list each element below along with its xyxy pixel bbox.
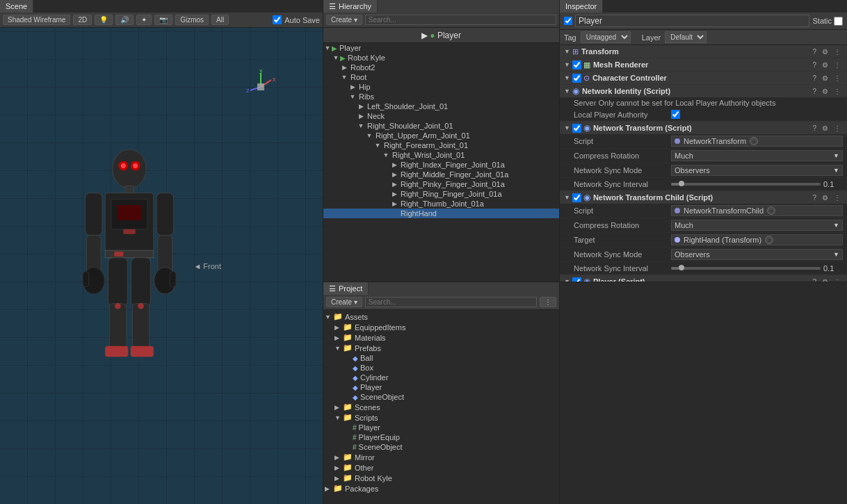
filter-btn[interactable]: All: [211, 15, 229, 25]
hierarchy-item-neck[interactable]: ▶Neck: [323, 111, 559, 121]
hierarchy-tab[interactable]: ☰ Hierarchy: [323, 0, 378, 13]
mesh-renderer-header[interactable]: ▼ ▦ Mesh Renderer ? ⚙ ⋮: [560, 58, 847, 71]
view-mode-btn[interactable]: Shaded Wireframe: [3, 15, 70, 25]
hierarchy-item-right_forearm[interactable]: ▼Right_Forearm_Joint_01: [323, 140, 559, 150]
net-transform-help-btn[interactable]: ?: [810, 124, 818, 133]
project-item-scripts[interactable]: ▼📁Scripts: [325, 412, 558, 423]
project-create-btn[interactable]: Create ▾: [326, 297, 362, 307]
hierarchy-item-root[interactable]: ▼Root: [323, 72, 559, 82]
net-transform-child-checkbox[interactable]: [572, 193, 581, 202]
hierarchy-item-right_ring[interactable]: ▶Right_Ring_Finger_Joint_01a: [323, 189, 559, 199]
local-player-authority-checkbox[interactable]: [671, 110, 680, 119]
hierarchy-item-right_shoulder[interactable]: ▼Right_Shoulder_Joint_01: [323, 121, 559, 131]
transform-settings-btn[interactable]: ⚙: [820, 47, 830, 56]
hierarchy-item-right_upper_arm[interactable]: ▼Right_Upper_Arm_Joint_01: [323, 131, 559, 140]
scene-cam-btn[interactable]: 📷: [154, 15, 172, 25]
project-item-assets[interactable]: ▼📁Assets: [325, 311, 558, 322]
project-item-sceneobject[interactable]: ◆SceneObject: [325, 392, 558, 402]
hierarchy-search[interactable]: [365, 15, 556, 25]
hierarchy-item-robot2[interactable]: ▶Robot2: [323, 63, 559, 72]
inspector-tab[interactable]: Inspector: [560, 0, 603, 13]
net-transform-child-settings-btn[interactable]: ⚙: [820, 193, 830, 202]
inspector-content[interactable]: Static Tag Untagged Layer Default: [560, 13, 847, 282]
player-script-header[interactable]: ▼ ◉ Player (Script) ? ⚙ ⋮: [560, 275, 847, 282]
project-item-mirror[interactable]: ▶📁Mirror: [325, 452, 558, 462]
project-item-equippeditems[interactable]: ▶📁EquippedItems: [325, 322, 558, 332]
mode-2d-btn[interactable]: 2D: [73, 15, 92, 25]
project-item-robot-kyle[interactable]: ▶📁Robot Kyle: [325, 473, 558, 483]
tag-select[interactable]: Untagged: [581, 31, 631, 43]
project-item-player[interactable]: #Player: [325, 423, 558, 432]
net-transform-child-menu-btn[interactable]: ⋮: [832, 193, 843, 202]
hierarchy-item-robot_kyle[interactable]: ▼▶Robot Kyle: [323, 53, 559, 63]
hierarchy-item-right_middle[interactable]: ▶Right_Middle_Finger_Joint_01a: [323, 170, 559, 179]
ntc-target-btn[interactable]: ○: [765, 236, 773, 244]
net-identity-settings-btn[interactable]: ⚙: [820, 87, 830, 96]
project-item-scenes[interactable]: ▶📁Scenes: [325, 402, 558, 412]
ntc-compress-value[interactable]: Much ▼: [671, 220, 843, 231]
transform-help-btn[interactable]: ?: [810, 47, 818, 56]
hierarchy-item-right_thumb[interactable]: ▶Right_Thumb_Joint_01a: [323, 199, 559, 209]
network-identity-header[interactable]: ▼ ◉ Network Identity (Script) ? ⚙ ⋮: [560, 85, 847, 97]
ntc-script-value[interactable]: NetworkTransformChild ○: [671, 205, 843, 216]
project-item-playerequip[interactable]: #PlayerEquip: [325, 432, 558, 442]
transform-menu-btn[interactable]: ⋮: [832, 47, 843, 56]
char-ctrl-checkbox[interactable]: [572, 74, 581, 83]
hierarchy-item-right_index[interactable]: ▶Right_Index_Finger_Joint_01a: [323, 160, 559, 170]
project-search[interactable]: [365, 297, 537, 307]
net-transform-checkbox[interactable]: [572, 124, 581, 133]
net-transform-sync-mode-value[interactable]: Observers ▼: [671, 165, 843, 176]
project-item-ball[interactable]: ◆Ball: [325, 353, 558, 363]
network-transform-child-header[interactable]: ▼ ◉ Network Transform Child (Script) ? ⚙…: [560, 191, 847, 204]
hierarchy-item-right_wrist[interactable]: ▼Right_Wrist_Joint_01: [323, 150, 559, 160]
char-ctrl-help-btn[interactable]: ?: [810, 74, 818, 83]
net-transform-menu-btn[interactable]: ⋮: [832, 124, 843, 133]
character-controller-header[interactable]: ▼ ⊙ Character Controller ? ⚙ ⋮: [560, 72, 847, 84]
project-options-btn[interactable]: ⋮: [540, 297, 556, 307]
mesh-renderer-menu-btn[interactable]: ⋮: [832, 60, 843, 70]
object-name-input[interactable]: [575, 15, 809, 27]
lights-btn[interactable]: 💡: [95, 15, 113, 25]
ntc-target-value[interactable]: RightHand (Transform) ○: [671, 234, 843, 245]
scene-view[interactable]: x y z ◄ Front: [0, 28, 323, 504]
hierarchy-item-righthand[interactable]: RightHand: [323, 209, 559, 218]
char-ctrl-menu-btn[interactable]: ⋮: [832, 74, 843, 83]
project-item-packages[interactable]: ▶📁Packages: [325, 483, 558, 494]
project-item-player[interactable]: ◆Player: [325, 382, 558, 392]
mesh-renderer-checkbox[interactable]: [572, 60, 581, 70]
net-transform-slider[interactable]: [671, 183, 821, 186]
net-transform-compress-value[interactable]: Much ▼: [671, 150, 843, 161]
hierarchy-item-player[interactable]: ▼▶Player: [323, 43, 559, 53]
net-transform-child-help-btn[interactable]: ?: [810, 193, 818, 202]
hierarchy-item-right_pinky[interactable]: ▶Right_Pinky_Finger_Joint_01a: [323, 179, 559, 189]
project-item-cylinder[interactable]: ◆Cylinder: [325, 373, 558, 382]
ntc-script-btn[interactable]: ○: [767, 206, 775, 215]
ntc-sync-mode-value[interactable]: Observers ▼: [671, 249, 843, 260]
project-item-other[interactable]: ▶📁Other: [325, 462, 558, 473]
object-active-checkbox[interactable]: [564, 17, 572, 25]
audio-btn[interactable]: 🔊: [115, 15, 134, 25]
mesh-renderer-settings-btn[interactable]: ⚙: [820, 60, 830, 70]
project-item-box[interactable]: ◆Box: [325, 363, 558, 373]
net-identity-help-btn[interactable]: ?: [810, 87, 818, 96]
static-checkbox[interactable]: [834, 17, 843, 26]
hierarchy-item-left_shoulder[interactable]: ▶Left_Shoulder_Joint_01: [323, 101, 559, 111]
net-transform-script-btn[interactable]: ○: [750, 137, 758, 145]
project-tab[interactable]: ☰ Project: [323, 282, 369, 295]
net-identity-menu-btn[interactable]: ⋮: [832, 87, 843, 96]
project-item-materials[interactable]: ▶📁Materials: [325, 332, 558, 343]
hierarchy-item-hip[interactable]: ▶Hip: [323, 82, 559, 92]
net-transform-script-value[interactable]: NetworkTransform ○: [671, 136, 843, 147]
fx-btn[interactable]: ✦: [136, 15, 152, 25]
layer-select[interactable]: Default: [665, 31, 707, 43]
auto-save-checkbox[interactable]: [273, 15, 282, 24]
ntc-slider[interactable]: [671, 267, 821, 270]
project-item-sceneobject[interactable]: #SceneObject: [325, 442, 558, 452]
network-transform-header[interactable]: ▼ ◉ Network Transform (Script) ? ⚙ ⋮: [560, 122, 847, 134]
mesh-renderer-help-btn[interactable]: ?: [810, 60, 818, 70]
hierarchy-create-btn[interactable]: Create ▾: [326, 15, 362, 25]
scene-tab[interactable]: Scene: [0, 0, 33, 13]
project-item-prefabs[interactable]: ▼📁Prefabs: [325, 343, 558, 353]
gizmos-btn[interactable]: Gizmos: [175, 15, 209, 25]
transform-header[interactable]: ▼ ⊞ Transform ? ⚙ ⋮: [560, 45, 847, 58]
